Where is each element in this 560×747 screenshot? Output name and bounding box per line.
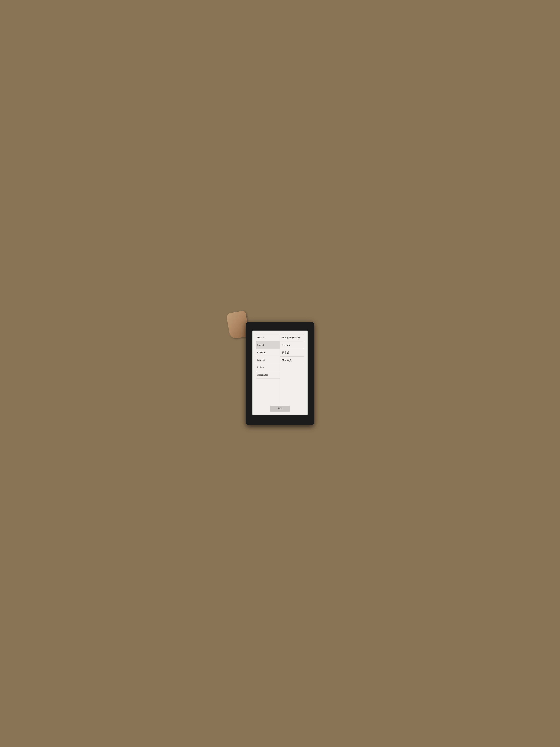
language-item-espanol[interactable]: Español bbox=[256, 349, 280, 356]
language-item-russian[interactable]: Русский bbox=[280, 341, 304, 349]
language-item-deutsch[interactable]: Deutsch bbox=[256, 334, 280, 341]
language-column-left: Deutsch English Español Français Italian… bbox=[256, 334, 280, 403]
language-item-english[interactable]: English bbox=[256, 341, 280, 349]
kindle-device: Deutsch English Español Français Italian… bbox=[246, 321, 314, 426]
language-item-chinese[interactable]: 简体中文 bbox=[280, 357, 304, 364]
next-container: Next bbox=[256, 403, 304, 412]
language-item-francais[interactable]: Français bbox=[256, 356, 280, 364]
language-item-portugues[interactable]: Português (Brasil) bbox=[280, 334, 304, 341]
language-item-nederlands[interactable]: Nederlands bbox=[256, 371, 280, 379]
language-item-japanese[interactable]: 日本語 bbox=[280, 349, 304, 357]
language-item-italiano[interactable]: Italiano bbox=[256, 364, 280, 371]
right-column-spacer bbox=[280, 364, 304, 403]
device-screen: Deutsch English Español Français Italian… bbox=[252, 331, 308, 415]
language-column-right: Português (Brasil) Русский 日本語 简体中文 bbox=[280, 334, 304, 403]
next-button[interactable]: Next bbox=[270, 406, 290, 412]
language-list: Deutsch English Español Français Italian… bbox=[256, 334, 304, 403]
scene: Deutsch English Español Français Italian… bbox=[238, 317, 322, 430]
